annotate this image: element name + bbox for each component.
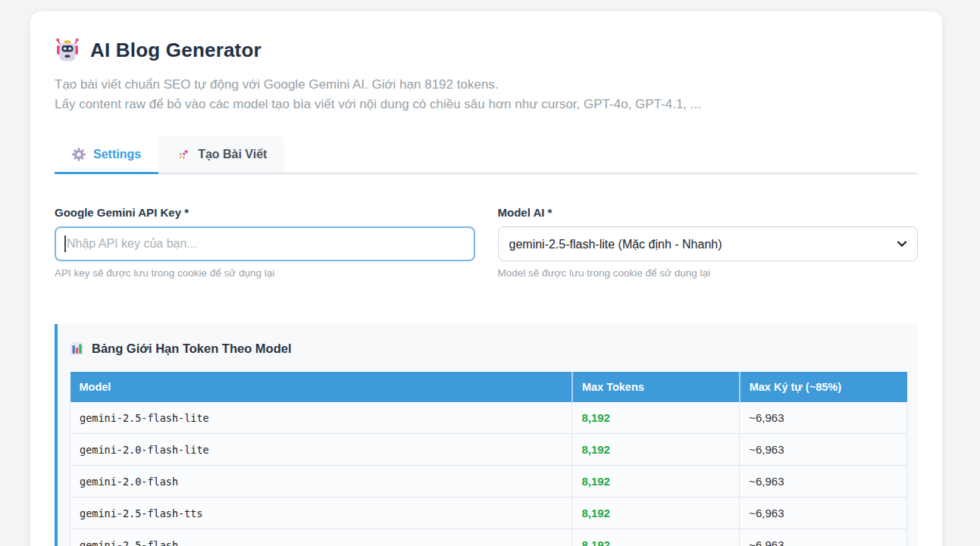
cell-model-name: gemini-2.5-flash bbox=[70, 529, 572, 546]
cell-max-tokens: 8,192 bbox=[572, 402, 740, 434]
cell-model-name: gemini-2.5-flash-tts bbox=[70, 498, 572, 529]
column-header-max-tokens: Max Tokens bbox=[572, 372, 740, 402]
bar-chart-icon bbox=[70, 342, 84, 356]
cell-model-name: gemini-2.5-flash-lite bbox=[70, 402, 572, 434]
api-key-label: Google Gemini API Key * bbox=[55, 206, 475, 219]
page-title: AI Blog Generator bbox=[55, 37, 918, 63]
token-limit-panel-title-text: Bảng Giới Hạn Token Theo Model bbox=[92, 340, 292, 357]
page-subtitle-line2: Lấy content raw để bỏ vào các model tạo … bbox=[55, 95, 918, 114]
cell-max-chars: ~6,963 bbox=[740, 466, 907, 498]
tab-tao-bai-viet[interactable]: Tạo Bài Viết bbox=[158, 136, 284, 173]
robot-icon bbox=[55, 37, 80, 63]
api-key-helper-text: API key sẽ được lưu trong cookie để sử d… bbox=[55, 267, 475, 279]
page-subtitle-line1: Tạo bài viết chuẩn SEO tự động với Googl… bbox=[55, 75, 918, 95]
table-header-row: Model Max Tokens Max Ký tự (~85%) bbox=[70, 372, 907, 402]
cell-max-chars: ~6,963 bbox=[740, 529, 907, 546]
cell-max-tokens: 8,192 bbox=[572, 498, 740, 529]
cell-model-name: gemini-2.0-flash bbox=[70, 466, 572, 498]
gear-icon bbox=[72, 148, 86, 161]
model-helper-text: Model sẽ được lưu trong cookie để sử dụn… bbox=[498, 267, 919, 279]
token-limit-panel-title: Bảng Giới Hạn Token Theo Model bbox=[70, 340, 907, 357]
table-row: gemini-2.0-flash 8,192 ~6,963 bbox=[70, 466, 907, 498]
model-field-group: Model AI * gemini-2.5-flash-lite (Mặc đị… bbox=[498, 206, 919, 279]
cell-max-tokens: 8,192 bbox=[572, 466, 740, 498]
table-row: gemini-2.0-flash-lite 8,192 ~6,963 bbox=[70, 434, 907, 466]
text-cursor bbox=[64, 236, 66, 252]
cell-max-tokens: 8,192 bbox=[572, 529, 740, 546]
cell-max-tokens: 8,192 bbox=[572, 434, 740, 466]
cell-max-chars: ~6,963 bbox=[740, 402, 907, 434]
cell-max-chars: ~6,963 bbox=[740, 498, 907, 529]
main-card: AI Blog Generator Tạo bài viết chuẩn SEO… bbox=[30, 11, 942, 546]
tab-bar: Settings Tạo Bài Viết bbox=[55, 136, 918, 174]
tab-settings[interactable]: Settings bbox=[55, 136, 158, 173]
tab-tao-bai-viet-label: Tạo Bài Viết bbox=[198, 146, 267, 163]
table-row: gemini-2.5-flash 8,192 ~6,963 bbox=[70, 529, 907, 546]
cell-max-chars: ~6,963 bbox=[740, 434, 907, 466]
page-title-text: AI Blog Generator bbox=[90, 37, 261, 63]
table-row: gemini-2.5-flash-lite 8,192 ~6,963 bbox=[70, 402, 907, 434]
token-limit-table: Model Max Tokens Max Ký tự (~85%) gemini… bbox=[70, 372, 907, 546]
api-key-input[interactable] bbox=[55, 226, 475, 261]
rocket-icon bbox=[176, 148, 190, 162]
cell-model-name: gemini-2.0-flash-lite bbox=[70, 434, 572, 466]
table-row: gemini-2.5-flash-tts 8,192 ~6,963 bbox=[70, 498, 907, 529]
model-select[interactable]: gemini-2.5-flash-lite (Mặc định - Nhanh) bbox=[498, 226, 919, 261]
column-header-max-chars: Max Ký tự (~85%) bbox=[740, 372, 907, 402]
tab-settings-label: Settings bbox=[93, 146, 141, 163]
api-key-field-group: Google Gemini API Key * API key sẽ được … bbox=[55, 206, 475, 279]
token-limit-panel: Bảng Giới Hạn Token Theo Model Model Max… bbox=[55, 324, 918, 546]
column-header-model: Model bbox=[70, 372, 572, 402]
settings-form: Google Gemini API Key * API key sẽ được … bbox=[55, 206, 918, 279]
model-label: Model AI * bbox=[498, 206, 919, 219]
